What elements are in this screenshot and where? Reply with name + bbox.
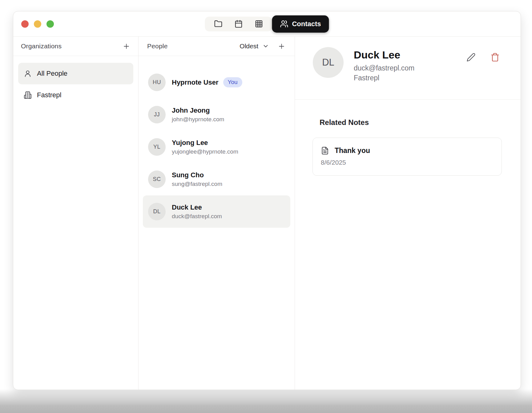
- person-email: john@hyprnote.com: [172, 116, 224, 123]
- add-organization-button[interactable]: [123, 42, 130, 50]
- person-main: Hyprnote User You: [172, 77, 242, 87]
- sidebar-item-label: Fastrepl: [37, 91, 61, 99]
- person-name: Yujong Lee: [172, 139, 238, 146]
- plus-icon: [278, 42, 285, 50]
- note-title: Thank you: [335, 146, 370, 155]
- person-text: Duck Lee duck@fastrepl.com: [172, 203, 222, 219]
- toolbar: Contacts: [205, 15, 329, 33]
- organizations-title: Organizations: [21, 42, 62, 50]
- main-content: Organizations All People: [13, 37, 521, 390]
- person-name: Hyprnote User: [172, 78, 219, 86]
- person-email: yujonglee@hyprnote.com: [172, 148, 238, 155]
- sidebar-item-fastrepl[interactable]: Fastrepl: [18, 84, 133, 106]
- person-icon: [24, 70, 32, 78]
- contact-actions: [466, 53, 500, 62]
- close-button[interactable]: [21, 20, 29, 28]
- you-badge: You: [223, 77, 242, 87]
- contacts-tab-label: Contacts: [292, 20, 321, 28]
- tab-calendar[interactable]: [228, 17, 248, 31]
- avatar: HU: [148, 74, 166, 91]
- related-notes-section: Related Notes Thank you 8/6/2025: [295, 100, 521, 176]
- avatar: YL: [148, 138, 166, 156]
- contact-detail-header: DL Duck Lee duck@fastrepl.com Fastrepl: [295, 37, 521, 100]
- minimize-button[interactable]: [34, 20, 41, 28]
- zoom-button[interactable]: [46, 20, 54, 28]
- folder-icon: [214, 20, 222, 28]
- organizations-sidebar: Organizations All People: [13, 37, 139, 390]
- pencil-icon: [466, 53, 476, 62]
- avatar: DL: [148, 203, 166, 220]
- app-window: Contacts Organizations All People: [13, 11, 521, 390]
- sidebar-item-all-people[interactable]: All People: [18, 63, 133, 84]
- people-list: HU Hyprnote User You JJ John Jeong john@…: [139, 56, 295, 228]
- note-card[interactable]: Thank you 8/6/2025: [312, 138, 502, 176]
- people-header-controls: Oldest: [240, 42, 285, 50]
- add-person-button[interactable]: [278, 42, 285, 50]
- person-row-yujong-lee[interactable]: YL Yujong Lee yujonglee@hyprnote.com: [143, 131, 290, 163]
- avatar: DL: [313, 47, 344, 78]
- person-email: duck@fastrepl.com: [172, 213, 222, 220]
- table-icon: [255, 20, 263, 28]
- titlebar: Contacts: [13, 11, 521, 37]
- building-icon: [24, 91, 32, 99]
- contact-detail-panel: DL Duck Lee duck@fastrepl.com Fastrepl: [295, 37, 521, 390]
- person-row-sung-cho[interactable]: SC Sung Cho sung@fastrepl.com: [143, 163, 290, 195]
- people-panel: People Oldest: [139, 37, 295, 390]
- file-text-icon: [321, 146, 329, 155]
- related-notes-title: Related Notes: [320, 118, 502, 127]
- person-name: Duck Lee: [172, 203, 222, 211]
- person-row-john-jeong[interactable]: JJ John Jeong john@hyprnote.com: [143, 98, 290, 131]
- tab-table[interactable]: [248, 17, 269, 31]
- person-row-hyprnote-user[interactable]: HU Hyprnote User You: [143, 66, 290, 98]
- traffic-lights: [21, 20, 54, 28]
- view-tab-strip: [205, 17, 272, 31]
- organizations-list: All People Fastrepl: [13, 56, 138, 113]
- organizations-header: Organizations: [13, 37, 138, 56]
- chevron-down-icon: [262, 43, 269, 50]
- window-shadow: [0, 389, 532, 413]
- note-date: 8/6/2025: [321, 159, 494, 166]
- person-name: Sung Cho: [172, 171, 222, 179]
- people-header: People Oldest: [139, 37, 295, 56]
- trash-icon: [490, 53, 500, 62]
- avatar: JJ: [148, 106, 166, 123]
- calendar-icon: [234, 20, 243, 28]
- person-text: Sung Cho sung@fastrepl.com: [172, 171, 222, 187]
- contact-info: Duck Lee duck@fastrepl.com Fastrepl: [354, 47, 414, 99]
- contact-organization: Fastrepl: [354, 74, 414, 82]
- plus-icon: [123, 42, 130, 50]
- person-email: sung@fastrepl.com: [172, 181, 222, 187]
- sidebar-item-label: All People: [37, 70, 67, 78]
- edit-contact-button[interactable]: [466, 53, 476, 62]
- contact-email: duck@fastrepl.com: [354, 64, 414, 72]
- delete-contact-button[interactable]: [490, 53, 500, 62]
- person-name: John Jeong: [172, 106, 224, 114]
- contact-name: Duck Lee: [354, 49, 414, 61]
- person-text: John Jeong john@hyprnote.com: [172, 106, 224, 122]
- note-title-row: Thank you: [321, 146, 494, 155]
- tab-contacts-active[interactable]: Contacts: [272, 15, 329, 33]
- person-text: Yujong Lee yujonglee@hyprnote.com: [172, 139, 238, 155]
- avatar: SC: [148, 170, 166, 188]
- sort-label: Oldest: [240, 42, 258, 50]
- people-title: People: [147, 42, 168, 50]
- tab-notes[interactable]: [208, 17, 228, 31]
- person-row-duck-lee[interactable]: DL Duck Lee duck@fastrepl.com: [143, 195, 290, 228]
- users-icon: [280, 20, 288, 28]
- sort-dropdown[interactable]: Oldest: [240, 42, 269, 50]
